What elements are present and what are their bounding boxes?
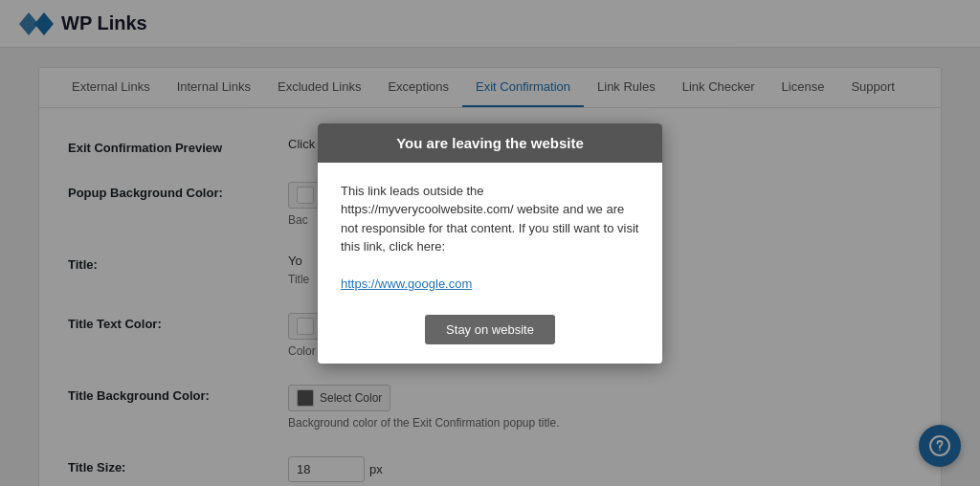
popup-title-bar: You are leaving the website [318,123,662,163]
popup-footer: Stay on website [318,303,662,364]
popup-body-text: This link leads outside the https://myve… [341,184,638,254]
popup-link[interactable]: https://www.google.com [341,276,472,291]
popup-body: This link leads outside the https://myve… [318,163,662,303]
stay-on-website-button[interactable]: Stay on website [425,315,555,344]
popup-overlay[interactable]: You are leaving the website This link le… [0,0,980,486]
popup-box: You are leaving the website This link le… [318,123,662,364]
popup-title-text: You are leaving the website [396,135,584,151]
